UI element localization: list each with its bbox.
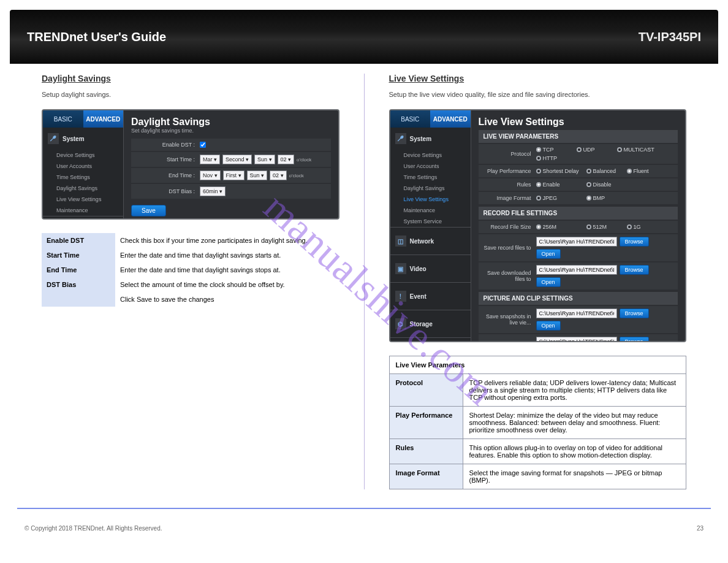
lv-side-video-label: Video (410, 266, 427, 272)
perf-balanced[interactable]: Balanced (586, 168, 624, 174)
start-week-select[interactable]: Second ▾ (222, 155, 252, 164)
enable-dst-checkbox[interactable] (200, 142, 206, 148)
end-day-select[interactable]: Sun ▾ (247, 170, 268, 180)
footer-page-number: 23 (697, 525, 703, 532)
row-record-file-size: Record File Size 256M 512M 1G (479, 221, 678, 233)
right-column: Live View Settings Setup the live view v… (389, 74, 687, 489)
perf-shortest[interactable]: Shortest Delay (536, 168, 584, 174)
end-hour-select[interactable]: 02 ▾ (270, 170, 287, 180)
end-week-select[interactable]: First ▾ (223, 170, 245, 180)
lv-side-storage-label: Storage (410, 321, 433, 327)
lv-sidebar-system-label: System (410, 136, 432, 142)
snap-live-browse-button[interactable]: Browse (620, 308, 649, 318)
rfs-256m[interactable]: 256M (536, 224, 584, 230)
lv-sidebar-network[interactable]: ◫ Network (390, 228, 471, 255)
save-dl-input[interactable] (536, 265, 617, 275)
lv-key-protocol: Protocol (389, 374, 463, 407)
dst-main: Daylight Savings Set daylight savings ti… (124, 110, 338, 218)
imgfmt-bmp[interactable]: BMP (586, 195, 624, 201)
video-icon: ▣ (395, 263, 406, 274)
wrench-icon (395, 133, 406, 144)
imgfmt-jpeg[interactable]: JPEG (536, 195, 584, 201)
model-code: TV-IP345PI (639, 30, 701, 44)
dst-val-save: Click Save to save the changes (115, 292, 339, 307)
lv-group-record: RECORD FILE SETTINGS (479, 207, 678, 220)
lv-side-maintenance[interactable]: Maintenance (390, 205, 471, 216)
rfs-1g[interactable]: 1G (627, 224, 665, 230)
row-snap-live: Save snapshots in live vie... Browse Ope… (479, 306, 678, 333)
row-enable-dst: Enable DST : (131, 139, 331, 151)
snap-live-open-button[interactable]: Open (536, 321, 561, 331)
lv-val-perf: Shortest Delay: minimize the delay of th… (463, 407, 686, 439)
dst-key-bias: DST Bias (42, 277, 115, 292)
lv-sidebar-event[interactable]: ! Event (390, 283, 471, 310)
lv-sidebar-storage[interactable]: ⌬ Storage (390, 310, 471, 337)
snap-play-input[interactable] (536, 337, 617, 341)
lv-desc-header: Live View Parameters (389, 356, 686, 374)
lv-side-system-service[interactable]: System Service (390, 216, 471, 227)
rfs-512m[interactable]: 512M (586, 224, 624, 230)
lv-title: Live View Settings (479, 117, 678, 128)
perf-fluent[interactable]: Fluent (627, 168, 665, 174)
lv-sidebar: BASIC ADVANCED System Device Settings Us… (390, 110, 471, 341)
rules-disable[interactable]: Disable (586, 182, 624, 188)
sidebar-item-maintenance[interactable]: Maintenance (43, 205, 123, 216)
dst-desc-table: Enable DSTCheck this box if your time zo… (42, 233, 339, 307)
footer-copyright: © Copyright 2018 TRENDnet. All Rights Re… (25, 525, 162, 532)
save-record-input[interactable] (536, 237, 617, 247)
lv-side-daylight-savings[interactable]: Daylight Savings (390, 183, 471, 194)
lv-group-picture: PICTURE AND CLIP SETTINGS (479, 292, 678, 305)
snap-live-input[interactable] (536, 308, 617, 318)
tab-advanced[interactable]: ADVANCED (83, 110, 124, 128)
brand-title: TRENDnet User's Guide (27, 30, 166, 44)
network-icon: ◫ (395, 236, 406, 247)
rules-label: Rules (483, 182, 536, 188)
page-footer: © Copyright 2018 TRENDnet. All Rights Re… (0, 521, 728, 550)
start-day-select[interactable]: Sun ▾ (254, 155, 275, 164)
sidebar-system-header[interactable]: System (43, 128, 123, 150)
start-time-label: Start Time : (136, 156, 200, 163)
lv-side-time-settings[interactable]: Time Settings (390, 172, 471, 183)
lv-val-imgfmt: Select the image saving format for snaps… (463, 464, 686, 489)
protocol-http[interactable]: HTTP (536, 155, 561, 161)
end-month-select[interactable]: Nov ▾ (200, 170, 221, 180)
row-end-time: End Time : Nov ▾ First ▾ Sun ▾ 02 ▾ o'cl… (131, 168, 331, 183)
dst-val-end: Enter the date and time that daylight sa… (115, 262, 339, 277)
protocol-udp[interactable]: UDP (577, 147, 615, 153)
event-icon: ! (395, 291, 406, 302)
sidebar-item-user-accounts[interactable]: User Accounts (43, 161, 123, 172)
snap-play-browse-button[interactable]: Browse (620, 337, 649, 341)
enable-dst-label: Enable DST : (136, 142, 200, 148)
dst-panel: BASIC ADVANCED System Device Settings Us… (42, 109, 339, 220)
dst-bias-select[interactable]: 60min ▾ (200, 186, 226, 196)
rules-enable[interactable]: Enable (536, 182, 584, 188)
sidebar-item-live-view-settings[interactable]: Live View Settings (43, 194, 123, 205)
start-hour-select[interactable]: 02 ▾ (278, 155, 295, 164)
lv-sidebar-system-header[interactable]: System (390, 128, 471, 150)
lv-side-live-view-settings[interactable]: Live View Settings (390, 194, 471, 205)
lv-side-device-settings[interactable]: Device Settings (390, 150, 471, 161)
sidebar-item-daylight-savings[interactable]: Daylight Savings (43, 183, 123, 194)
sidebar-system-label: System (63, 136, 85, 142)
protocol-multicast[interactable]: MULTICAST (617, 147, 655, 153)
dst-key-enable: Enable DST (42, 233, 115, 248)
sidebar-item-device-settings[interactable]: Device Settings (43, 150, 123, 161)
lv-tab-advanced[interactable]: ADVANCED (430, 110, 471, 128)
dst-key-end: End Time (42, 262, 115, 277)
start-month-select[interactable]: Mar ▾ (200, 155, 220, 164)
left-section-intro: Setup daylight savings. (42, 91, 339, 98)
protocol-tcp[interactable]: TCP (536, 147, 574, 153)
save-record-browse-button[interactable]: Browse (620, 237, 649, 247)
sidebar-item-time-settings[interactable]: Time Settings (43, 172, 123, 183)
row-image-format: Image Format JPEG BMP (479, 192, 678, 204)
tab-basic[interactable]: BASIC (43, 110, 83, 128)
lv-sidebar-video[interactable]: ▣ Video (390, 255, 471, 282)
left-column: Daylight Savings Setup daylight savings.… (42, 74, 339, 489)
save-dl-open-button[interactable]: Open (536, 277, 561, 287)
dst-save-button[interactable]: Save (131, 205, 166, 216)
lv-side-user-accounts[interactable]: User Accounts (390, 161, 471, 172)
save-dl-browse-button[interactable]: Browse (620, 265, 649, 275)
save-record-open-button[interactable]: Open (536, 249, 561, 259)
lv-val-rules: This option allows plug-in to overlay on… (463, 439, 686, 464)
lv-tab-basic[interactable]: BASIC (390, 110, 431, 128)
